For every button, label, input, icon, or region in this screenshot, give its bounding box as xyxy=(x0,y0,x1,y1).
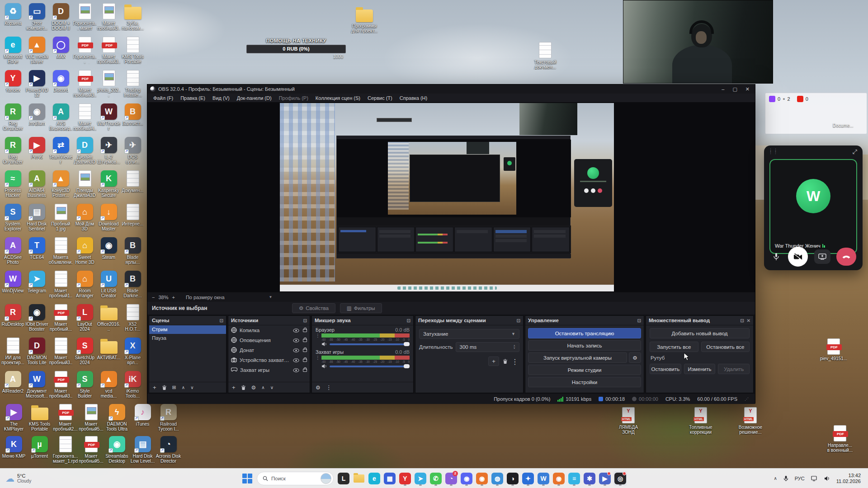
speaker-icon[interactable] xyxy=(321,364,327,369)
desktop-icon[interactable]: ≈↗Process Hacker xyxy=(1,169,25,202)
desktop-icon[interactable]: ◯↗MAX xyxy=(49,35,73,69)
lock-icon[interactable] xyxy=(303,329,307,332)
source-item[interactable]: Захват игры xyxy=(228,365,310,375)
source-item[interactable]: Устройство захвата ви xyxy=(228,355,310,365)
desktop-icon[interactable]: ▤↗Hard Disk Low Level... xyxy=(130,435,156,467)
mixer-menu-icon[interactable]: ⋮ xyxy=(326,384,332,391)
media-app-icon[interactable]: ▶ xyxy=(598,471,612,486)
virtual-camera-settings-button[interactable]: ⚙ xyxy=(629,352,641,363)
desktop-icon[interactable]: iK↗iKemo Tools... xyxy=(121,370,145,403)
desktop-icon[interactable]: ✈↗IL-2 Штурмов... xyxy=(97,136,121,169)
visibility-eye-icon[interactable] xyxy=(293,368,299,372)
desktop-icon[interactable]: ♻↗Корзина xyxy=(1,2,25,35)
dark-disc-app-icon[interactable]: ◑ xyxy=(506,471,519,486)
visibility-eye-icon[interactable] xyxy=(293,328,299,333)
close-icon[interactable]: ✕ xyxy=(747,318,750,323)
move-source-down-icon[interactable]: ∨ xyxy=(270,385,274,390)
desktop-icon[interactable]: ▭↗Этот компьют... xyxy=(25,2,49,35)
desktop-icon[interactable]: ▲↗Конус3D Poster... xyxy=(49,169,73,202)
source-item[interactable]: Донат xyxy=(228,345,310,355)
discord-icon[interactable]: ◉ xyxy=(460,471,473,486)
visibility-eye-icon[interactable] xyxy=(293,358,299,362)
expand-icon[interactable]: ⤢ xyxy=(853,148,857,155)
add-source-button[interactable]: + xyxy=(232,384,236,391)
telegram-icon[interactable]: ➤ xyxy=(414,471,427,486)
visibility-eye-icon[interactable] xyxy=(293,348,299,352)
desktop-icon[interactable]: Интерне... xyxy=(121,202,145,236)
mixer-settings-icon[interactable]: ⚙ xyxy=(316,385,321,391)
desktop-icon[interactable]: PDFМакет пробный3... xyxy=(97,35,121,69)
studio-mode-button[interactable]: Режим студии xyxy=(528,365,641,375)
tray-microphone-icon[interactable] xyxy=(783,475,788,482)
desktop-icon[interactable]: PDFМакет пробный2... xyxy=(52,403,78,435)
obs-preview-area[interactable] xyxy=(147,103,755,292)
stop-all-outputs-button[interactable]: Остановить все xyxy=(701,342,750,352)
dock-icon[interactable]: ⊡ xyxy=(517,318,520,323)
edit-output-button[interactable]: Изменить xyxy=(684,364,716,374)
desktop-icon[interactable]: Зубы, панорам... xyxy=(121,2,145,35)
remove-scene-icon[interactable] xyxy=(162,385,167,390)
virtual-camera-button[interactable]: Запуск виртуальной камеры xyxy=(528,352,627,363)
menu-item[interactable]: Профиль (P) xyxy=(276,94,311,102)
menu-item[interactable]: Справка (H) xyxy=(396,94,430,102)
dock-icon[interactable]: ⊡ xyxy=(740,318,744,323)
desktop-icon[interactable]: ϟ↗DAEMON Tools Ultra xyxy=(104,403,130,435)
desktop-icon[interactable]: B↗Баллист... xyxy=(121,102,145,136)
minimize-button[interactable]: – xyxy=(722,86,724,92)
desktop-icon[interactable]: Макет пробный1... xyxy=(49,269,73,303)
drag-handle-icon[interactable]: ⋮⋮⋮⋮ xyxy=(769,149,775,154)
desktop-icon[interactable]: ▤↗Hard Disk Sentinel xyxy=(25,202,49,236)
desktop-icon[interactable]: photo_202... xyxy=(97,69,121,102)
lock-icon[interactable] xyxy=(303,349,307,352)
speaker-icon[interactable] xyxy=(321,342,327,347)
desktop-icon[interactable]: ⌂↗Sweet Home 3D xyxy=(73,236,97,269)
remove-transition-icon[interactable] xyxy=(503,359,508,364)
duration-input[interactable]: 300 ms ∧∨ xyxy=(456,342,519,352)
stop-output-button[interactable]: Остановить xyxy=(650,364,681,374)
channel-menu-icon[interactable]: ⋮ xyxy=(316,333,319,347)
desktop-icon[interactable]: A↗AVS Видеоред... xyxy=(49,102,73,136)
desktop-icon[interactable]: ◉↗Steam xyxy=(97,236,121,269)
start-button[interactable] xyxy=(241,472,254,485)
blue-sphere-app-icon[interactable]: ✦ xyxy=(521,471,535,486)
menu-item[interactable]: Файл (F) xyxy=(150,94,176,102)
desktop-icon[interactable]: S↗SketchUp 2024 xyxy=(73,336,97,370)
desktop-icon[interactable]: R↗Reg Organizer xyxy=(1,136,25,169)
chevron-down-icon[interactable]: ▼ xyxy=(269,295,273,299)
desktop-icon[interactable]: PDFНаправле... в военный... xyxy=(823,424,857,453)
desktop-icon[interactable]: YHTMLЛЯМБДА ЗОНД xyxy=(611,406,646,435)
desktop-icon[interactable]: PDFГоризонта... макет_1.pdf xyxy=(73,35,97,69)
desktop-icon[interactable]: ▶↗PowerDVD 12 xyxy=(25,69,49,102)
move-scene-up-icon[interactable]: ∧ xyxy=(182,385,185,390)
tray-chevron-icon[interactable]: ∧ xyxy=(774,476,777,481)
clock[interactable]: 13:42 11.02.2026 xyxy=(836,473,861,484)
zoom-out-button[interactable]: − xyxy=(152,295,155,300)
desktop-icon[interactable]: S↗System Explorer xyxy=(1,202,25,236)
desktop-icon[interactable]: D↗DOOM + DOOM II xyxy=(49,2,73,35)
desktop-icon[interactable]: ИИ для проектир... xyxy=(1,336,25,370)
start-all-outputs-button[interactable]: Запустить все xyxy=(650,342,698,352)
dock-icon[interactable]: ⊡ xyxy=(303,318,307,323)
desktop-icon[interactable]: ◉↗Streamlabs Desktop xyxy=(104,435,130,467)
hang-up-button[interactable] xyxy=(836,248,856,266)
desktop-icon[interactable]: ◉↗ImgBurn xyxy=(25,102,49,136)
desktop-icon[interactable]: Макет пробный3... xyxy=(49,336,73,370)
transition-menu-icon[interactable]: ⋮ xyxy=(511,357,519,366)
desktop-icon[interactable]: Макет пробный4... xyxy=(73,102,97,136)
visibility-eye-icon[interactable] xyxy=(293,338,299,343)
w-app-icon[interactable]: W xyxy=(537,471,550,486)
desktop-icon[interactable]: ▶↗Рутуб xyxy=(25,136,49,169)
close-button[interactable]: ✕ xyxy=(745,86,750,92)
remove-source-icon[interactable] xyxy=(241,385,246,390)
edge-browser-icon[interactable]: e xyxy=(368,471,381,486)
desktop-icon[interactable]: K↗Kaspersky Secure Co... xyxy=(97,169,121,202)
desktop-icon[interactable]: ◉↗Discord xyxy=(49,69,73,102)
desktop-icon[interactable]: W↗WinDjView xyxy=(1,269,25,303)
transition-select[interactable]: Затухание▼ xyxy=(419,329,519,339)
network-icon[interactable] xyxy=(811,476,818,481)
filters-button[interactable]: ▥ Фильтры xyxy=(340,303,382,313)
scene-filters-icon[interactable]: ⊞ xyxy=(172,385,176,390)
scene-item[interactable]: Стрим xyxy=(149,325,226,334)
desktop-icon[interactable]: АКТИВАТ... xyxy=(97,336,121,370)
desktop-icon[interactable]: Y↗Yandex xyxy=(1,69,25,102)
